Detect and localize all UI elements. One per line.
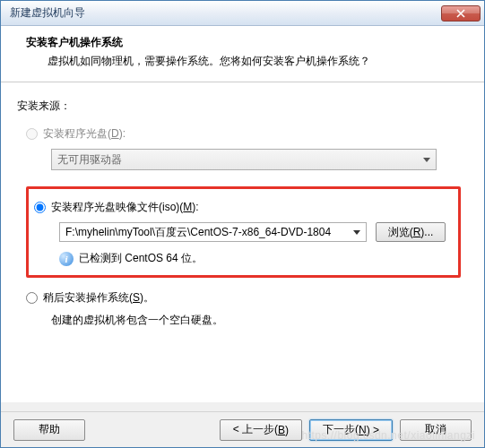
radio-iso-label: 安装程序光盘映像文件(iso)(M):	[51, 200, 199, 215]
disc-drive-dropdown[interactable]: 无可用驱动器	[51, 149, 437, 170]
help-button[interactable]: 帮助	[13, 419, 85, 441]
radio-later[interactable]	[26, 292, 38, 304]
later-note: 创建的虚拟机将包含一个空白硬盘。	[51, 313, 468, 328]
cancel-button[interactable]: 取消	[400, 419, 472, 441]
iso-path-value: F:\myhelin\myTool\百度云\CentOS-7-x86_64-DV…	[65, 225, 331, 240]
radio-iso[interactable]	[34, 202, 46, 213]
close-button[interactable]	[441, 5, 481, 22]
radio-group: 安装程序光盘(D): 无可用驱动器 安装程序光盘映像文件(iso)(M):	[26, 126, 468, 328]
iso-highlight-box: 安装程序光盘映像文件(iso)(M): F:\myhelin\myTool\百度…	[26, 186, 461, 278]
footer: 帮助 < 上一步(B) 下一步(N) > 取消	[1, 411, 484, 447]
browse-button[interactable]: 浏览(R)...	[376, 222, 446, 242]
radio-iso-row[interactable]: 安装程序光盘映像文件(iso)(M):	[34, 200, 446, 215]
wizard-window: 新建虚拟机向导 安装客户机操作系统 虚拟机如同物理机，需要操作系统。您将如何安装…	[0, 0, 485, 448]
radio-disc-label: 安装程序光盘(D):	[43, 126, 126, 142]
disc-drive-value: 无可用驱动器	[57, 152, 122, 168]
chevron-down-icon	[353, 230, 360, 235]
body-section: 安装来源： 安装程序光盘(D): 无可用驱动器 安装程序	[1, 82, 484, 337]
chevron-down-icon	[423, 158, 430, 162]
info-icon: i	[59, 252, 74, 266]
titlebar: 新建虚拟机向导	[1, 1, 484, 26]
detect-text: 已检测到 CentOS 64 位。	[79, 251, 203, 266]
back-button[interactable]: < 上一步(B)	[220, 419, 302, 441]
radio-later-label: 稍后安装操作系统(S)。	[43, 290, 154, 306]
window-title: 新建虚拟机向导	[10, 5, 441, 21]
radio-disc[interactable]	[26, 128, 38, 140]
page-title: 安装客户机操作系统	[26, 35, 466, 50]
iso-path-combobox[interactable]: F:\myhelin\myTool\百度云\CentOS-7-x86_64-DV…	[59, 222, 367, 242]
close-icon	[456, 9, 465, 18]
page-subtitle: 虚拟机如同物理机，需要操作系统。您将如何安装客户机操作系统？	[26, 54, 466, 69]
header-section: 安装客户机操作系统 虚拟机如同物理机，需要操作系统。您将如何安装客户机操作系统？	[1, 26, 484, 82]
iso-path-row: F:\myhelin\myTool\百度云\CentOS-7-x86_64-DV…	[59, 222, 446, 242]
content-area: 安装客户机操作系统 虚拟机如同物理机，需要操作系统。您将如何安装客户机操作系统？…	[1, 26, 484, 402]
detect-row: i 已检测到 CentOS 64 位。	[59, 251, 446, 266]
install-source-label: 安装来源：	[17, 99, 468, 114]
radio-later-row[interactable]: 稍后安装操作系统(S)。	[26, 290, 468, 306]
radio-disc-row[interactable]: 安装程序光盘(D):	[26, 126, 468, 142]
next-button[interactable]: 下一步(N) >	[309, 419, 393, 441]
